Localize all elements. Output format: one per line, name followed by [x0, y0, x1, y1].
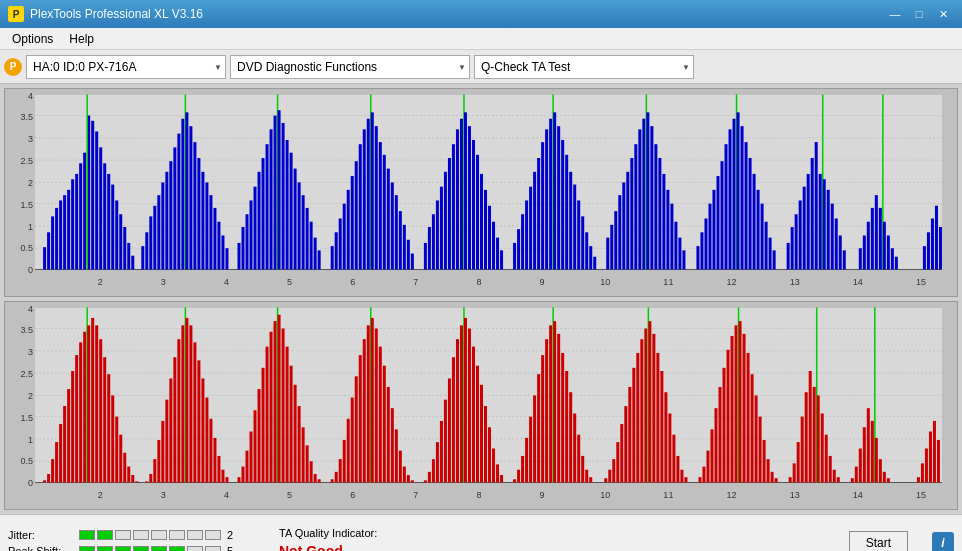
- svg-rect-166: [589, 246, 592, 269]
- svg-rect-229: [871, 208, 874, 270]
- jitter-value: 2: [227, 529, 243, 541]
- maximize-button[interactable]: □: [908, 5, 930, 23]
- svg-rect-330: [266, 347, 269, 483]
- svg-rect-430: [684, 477, 687, 482]
- svg-rect-443: [743, 334, 746, 483]
- svg-rect-345: [331, 479, 334, 482]
- svg-rect-101: [314, 238, 317, 270]
- svg-rect-428: [676, 456, 679, 483]
- svg-rect-402: [565, 371, 568, 482]
- svg-rect-142: [488, 206, 491, 270]
- svg-rect-466: [851, 478, 854, 482]
- peak-shift-block-8: [205, 546, 221, 551]
- svg-rect-36: [51, 216, 54, 269]
- svg-rect-464: [833, 470, 836, 483]
- svg-rect-435: [714, 408, 717, 482]
- svg-rect-391: [525, 438, 528, 483]
- svg-rect-403: [569, 392, 572, 482]
- svg-rect-125: [424, 243, 427, 270]
- svg-text:13: 13: [790, 490, 800, 500]
- svg-rect-53: [115, 200, 118, 269]
- svg-rect-99: [306, 208, 309, 270]
- ta-label: TA Quality Indicator:: [279, 527, 377, 539]
- info-button[interactable]: i: [932, 532, 954, 551]
- jitter-block-6: [169, 530, 185, 540]
- svg-rect-431: [698, 477, 701, 482]
- svg-rect-385: [492, 448, 495, 482]
- svg-text:10: 10: [600, 490, 610, 500]
- svg-rect-134: [460, 119, 463, 270]
- svg-text:15: 15: [916, 277, 926, 287]
- svg-rect-102: [318, 250, 321, 269]
- svg-rect-293: [107, 374, 110, 482]
- svg-rect-51: [107, 174, 110, 270]
- jitter-block-2: [97, 530, 113, 540]
- svg-rect-139: [476, 155, 479, 270]
- menu-help[interactable]: Help: [61, 30, 102, 48]
- svg-rect-185: [670, 204, 673, 270]
- jitter-block-5: [151, 530, 167, 540]
- svg-rect-140: [480, 174, 483, 270]
- svg-rect-296: [119, 435, 122, 483]
- svg-rect-351: [355, 376, 358, 482]
- svg-rect-186: [674, 222, 677, 270]
- menu-options[interactable]: Options: [4, 30, 61, 48]
- svg-rect-34: [43, 247, 46, 269]
- svg-rect-205: [757, 190, 760, 270]
- svg-rect-467: [855, 467, 858, 483]
- svg-rect-149: [525, 200, 528, 269]
- svg-rect-110: [359, 144, 362, 269]
- svg-rect-217: [815, 142, 818, 269]
- svg-rect-89: [270, 129, 273, 269]
- svg-rect-49: [99, 147, 102, 269]
- svg-rect-129: [440, 187, 443, 270]
- svg-rect-138: [472, 140, 475, 270]
- svg-rect-479: [925, 448, 928, 482]
- jitter-block-3: [115, 530, 131, 540]
- svg-rect-417: [636, 353, 639, 483]
- svg-rect-35: [47, 232, 50, 269]
- test-select[interactable]: Q-Check TA Test: [474, 55, 694, 79]
- svg-rect-52: [111, 185, 114, 270]
- svg-rect-112: [367, 119, 370, 270]
- svg-text:12: 12: [727, 490, 737, 500]
- svg-rect-379: [468, 329, 471, 483]
- svg-text:0.5: 0.5: [21, 243, 34, 253]
- svg-rect-474: [879, 459, 882, 482]
- svg-rect-434: [710, 429, 713, 482]
- svg-rect-445: [751, 374, 754, 482]
- svg-rect-190: [700, 232, 703, 269]
- svg-rect-182: [658, 158, 661, 269]
- svg-rect-419: [644, 329, 647, 483]
- svg-rect-54: [119, 214, 122, 269]
- svg-rect-382: [480, 385, 483, 483]
- function-select-wrapper: DVD Diagnostic Functions: [230, 55, 470, 79]
- close-button[interactable]: ✕: [932, 5, 954, 23]
- svg-rect-397: [549, 325, 552, 482]
- svg-text:4: 4: [28, 303, 33, 313]
- svg-rect-169: [610, 225, 613, 270]
- minimize-button[interactable]: —: [884, 5, 906, 23]
- svg-rect-197: [729, 129, 732, 269]
- svg-rect-307: [169, 378, 172, 482]
- svg-rect-120: [395, 195, 398, 269]
- svg-rect-371: [440, 421, 443, 483]
- svg-rect-108: [351, 176, 354, 269]
- svg-rect-223: [835, 219, 838, 270]
- svg-text:4: 4: [224, 490, 229, 500]
- svg-text:8: 8: [476, 490, 481, 500]
- svg-rect-457: [809, 371, 812, 482]
- svg-rect-70: [185, 112, 188, 269]
- device-select[interactable]: HA:0 ID:0 PX-716A: [26, 55, 226, 79]
- svg-text:11: 11: [663, 490, 673, 500]
- start-button[interactable]: Start: [849, 531, 908, 551]
- function-select[interactable]: DVD Diagnostic Functions: [230, 55, 470, 79]
- svg-rect-203: [749, 158, 752, 269]
- svg-rect-388: [513, 479, 516, 482]
- svg-rect-347: [339, 459, 342, 482]
- svg-rect-158: [557, 126, 560, 269]
- bottom-chart-svg: 4 3.5 3 2.5 2 1.5 1 0.5 0 2 3 4 5 6 7 8 …: [5, 302, 957, 509]
- svg-rect-97: [298, 182, 301, 269]
- ta-result: Not Good: [279, 543, 343, 551]
- svg-rect-367: [424, 480, 427, 482]
